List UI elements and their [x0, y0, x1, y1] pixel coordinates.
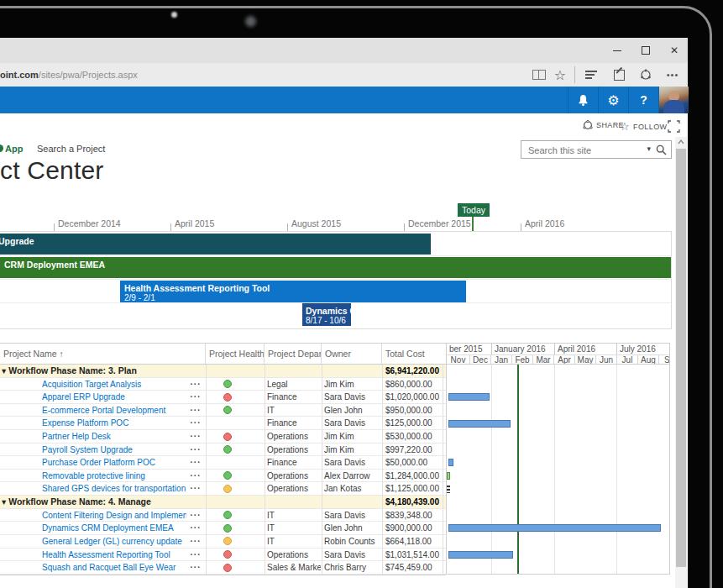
- project-link[interactable]: Squash and Racquet Ball Eye Wear: [42, 563, 176, 572]
- row-menu-ellipsis[interactable]: ···: [186, 482, 205, 496]
- browser-window: ✕ oint.com/sites/pwa/Projects.aspx ☆ •••…: [0, 38, 688, 588]
- project-link[interactable]: Removable protective lining: [42, 471, 145, 480]
- table-row: Squash and Racquet Ball Eye Wear···Sales…: [0, 561, 446, 575]
- project-link[interactable]: Payroll System Upgrade: [42, 445, 133, 454]
- project-link[interactable]: Expense Platform POC: [42, 418, 128, 428]
- group-row-label[interactable]: ▾ Workflow Phase Name: 3. Plan: [2, 365, 203, 378]
- project-link[interactable]: General Ledger (GL) currency update: [42, 537, 182, 546]
- owner-cell: Alex Darrow: [324, 470, 381, 483]
- total-cost-cell: $50,000.00: [385, 456, 445, 470]
- owner-cell: Sara Davis: [324, 509, 381, 522]
- project-health-cell: [206, 509, 265, 522]
- row-menu-ellipsis[interactable]: ···: [186, 470, 205, 483]
- health-indicator-red: [223, 564, 232, 572]
- column-header-project-department[interactable]: Project Departn: [265, 344, 322, 364]
- share-icon: [583, 120, 593, 130]
- row-menu-ellipsis[interactable]: ···: [186, 391, 205, 404]
- scrollbar-thumb[interactable]: [676, 149, 686, 567]
- gantt-bar[interactable]: [448, 420, 511, 428]
- gantt-bar[interactable]: [448, 551, 513, 559]
- nav-tab-search-a-project[interactable]: Search a Project: [37, 144, 105, 154]
- timeline-bar[interactable]: CRM Deployment EMEA: [0, 257, 671, 278]
- timeline-scale-label: December 2015: [408, 218, 471, 228]
- project-link[interactable]: Purchase Order Platform POC: [42, 458, 155, 467]
- row-menu-ellipsis[interactable]: ···: [186, 509, 205, 522]
- gantt-gridline: [554, 365, 555, 575]
- follow-button[interactable]: ☆ FOLLOW: [620, 120, 667, 133]
- row-menu-ellipsis[interactable]: ···: [186, 444, 205, 457]
- favorite-star-button[interactable]: ☆: [550, 63, 570, 87]
- reading-view-button[interactable]: [529, 63, 549, 87]
- row-menu-ellipsis[interactable]: ···: [186, 549, 205, 562]
- gantt-bar[interactable]: [447, 486, 450, 493]
- gantt-bar[interactable]: [447, 472, 450, 480]
- owner-cell: Robin Counts: [324, 535, 381, 549]
- page-scrollbar[interactable]: [675, 137, 687, 588]
- table-column-line: [322, 365, 322, 575]
- focus-mode-button[interactable]: [668, 120, 680, 133]
- web-note-button[interactable]: [609, 63, 629, 87]
- project-health-cell: [206, 444, 265, 457]
- health-indicator-green: [223, 471, 232, 480]
- gantt-bar[interactable]: [448, 393, 490, 401]
- gantt-bar[interactable]: [448, 459, 453, 466]
- project-link[interactable]: Apparel ERP Upgrade: [42, 392, 125, 402]
- gantt-month-label: Dec: [469, 355, 490, 365]
- column-header-project-name[interactable]: Project Name ↑: [0, 344, 206, 364]
- project-link[interactable]: Partner Help Desk: [42, 432, 111, 441]
- timeline-scale-label: August 2015: [291, 218, 341, 228]
- more-icon: •••: [667, 70, 679, 80]
- owner-cell: Sara Davis: [324, 391, 381, 404]
- column-header-owner[interactable]: Owner: [322, 344, 382, 364]
- project-link[interactable]: Dynamics CRM Deployment EMEA: [42, 523, 174, 533]
- project-table: ▾ Workflow Phase Name: 3. Plan$6,941,220…: [0, 365, 446, 575]
- search-magnifier-icon[interactable]: [656, 144, 667, 155]
- restore-button[interactable]: [631, 38, 660, 63]
- health-indicator-red: [223, 433, 232, 441]
- search-scope-caret-icon[interactable]: ▾: [647, 144, 651, 153]
- minimize-button[interactable]: [603, 38, 631, 63]
- gantt-month-label: Aug: [637, 355, 658, 365]
- timeline-bar-label: Upgrade: [0, 236, 429, 246]
- project-link[interactable]: Health Assessment Reporting Tool: [42, 550, 170, 559]
- group-row-label[interactable]: ▾ Workflow Phase Name: 4. Manage: [2, 496, 203, 509]
- table-row: Expense Platform POC···FinanceSara Davis…: [0, 417, 446, 430]
- row-menu-ellipsis[interactable]: ···: [186, 417, 205, 430]
- more-actions-button[interactable]: •••: [663, 63, 683, 87]
- row-menu-ellipsis[interactable]: ···: [186, 456, 205, 470]
- timeline-bar[interactable]: Health Assessment Reporting Tool2/9 - 2/…: [120, 281, 466, 302]
- profile-avatar[interactable]: [658, 87, 689, 113]
- gantt-bar[interactable]: [448, 524, 661, 532]
- url-text[interactable]: oint.com/sites/pwa/Projects.aspx: [0, 70, 138, 80]
- group-row[interactable]: ▾ Workflow Phase Name: 3. Plan$6,941,220…: [0, 365, 446, 378]
- row-menu-ellipsis[interactable]: ···: [186, 535, 205, 549]
- row-menu-ellipsis[interactable]: ···: [186, 561, 205, 575]
- timeline-bar[interactable]: Upgrade: [0, 234, 431, 255]
- project-link[interactable]: Content Filtering Design and Implementat…: [42, 511, 186, 520]
- group-row[interactable]: ▾ Workflow Phase Name: 4. Manage$4,180,4…: [0, 496, 446, 509]
- total-cost-cell: $125,000.00: [385, 417, 445, 430]
- project-health-cell: [206, 549, 265, 562]
- row-menu-ellipsis[interactable]: ···: [186, 404, 205, 417]
- row-menu-ellipsis[interactable]: ···: [186, 378, 205, 391]
- row-menu-ellipsis[interactable]: ···: [186, 430, 205, 444]
- close-button[interactable]: ✕: [660, 38, 689, 63]
- project-department-cell: Operations: [267, 549, 321, 562]
- project-link[interactable]: Shared GPS devices for transportation: [42, 484, 186, 493]
- share-site-button[interactable]: SHARE: [583, 120, 624, 130]
- scroll-up-icon[interactable]: [678, 139, 684, 144]
- row-menu-ellipsis[interactable]: ···: [186, 522, 205, 535]
- share-page-button[interactable]: [636, 63, 656, 87]
- project-health-cell: [206, 522, 265, 535]
- project-link[interactable]: E-commerce Portal Development: [42, 406, 165, 415]
- column-header-total-cost[interactable]: Total Cost: [382, 344, 446, 364]
- column-header-project-health[interactable]: Project Health: [206, 344, 265, 364]
- project-link[interactable]: Acquisition Target Analysis: [42, 380, 141, 389]
- hub-button[interactable]: [581, 63, 601, 87]
- timeline-bar[interactable]: Dynamics CR...8/17 - 10/6: [302, 303, 351, 326]
- site-search-input[interactable]: [527, 143, 639, 158]
- help-button[interactable]: ?: [628, 87, 658, 113]
- owner-cell: Jim Kim: [324, 378, 381, 391]
- nav-tab-app[interactable]: App: [5, 144, 23, 154]
- notifications-button[interactable]: [568, 87, 598, 113]
